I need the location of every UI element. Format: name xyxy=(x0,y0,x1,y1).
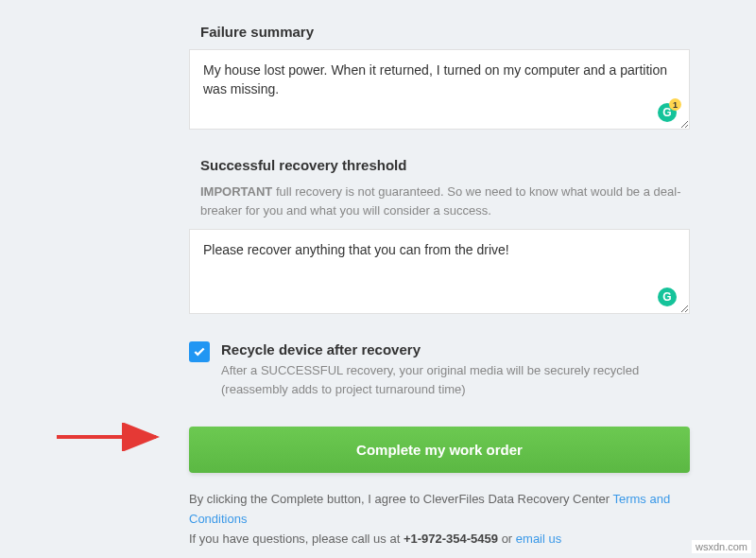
arrow-annotation xyxy=(52,423,170,451)
work-order-form: Failure summary G 1 Successful recovery … xyxy=(189,0,690,549)
email-us-link[interactable]: email us xyxy=(516,532,561,546)
checkmark-icon xyxy=(193,345,206,358)
legal-footer: By clicking the Complete button, I agree… xyxy=(189,490,690,549)
recovery-threshold-help: IMPORTANT full recovery is not guarantee… xyxy=(189,183,690,219)
complete-work-order-button[interactable]: Complete my work order xyxy=(189,427,690,473)
failure-summary-label: Failure summary xyxy=(189,24,690,40)
recovery-threshold-label: Successful recovery threshold xyxy=(189,157,690,173)
grammarly-icon[interactable]: G xyxy=(658,288,677,306)
recycle-device-label: Recycle device after recovery xyxy=(221,341,690,357)
important-prefix: IMPORTANT xyxy=(200,184,272,199)
recycle-device-row: Recycle device after recovery After a SU… xyxy=(189,341,690,398)
failure-summary-field-wrap: G 1 xyxy=(189,49,690,133)
recovery-threshold-input[interactable] xyxy=(189,229,690,314)
recovery-threshold-field-wrap: G xyxy=(189,229,690,318)
watermark: wsxdn.com xyxy=(692,540,751,553)
recycle-device-description: After a SUCCESSFUL recovery, your origin… xyxy=(221,361,690,398)
recycle-device-checkbox[interactable] xyxy=(189,341,210,362)
grammarly-suggestion-count: 1 xyxy=(669,98,681,111)
support-phone: +1-972-354-5459 xyxy=(404,532,498,546)
failure-summary-input[interactable] xyxy=(189,49,690,130)
recycle-device-content: Recycle device after recovery After a SU… xyxy=(221,341,690,398)
grammarly-icon[interactable]: G 1 xyxy=(658,103,677,122)
